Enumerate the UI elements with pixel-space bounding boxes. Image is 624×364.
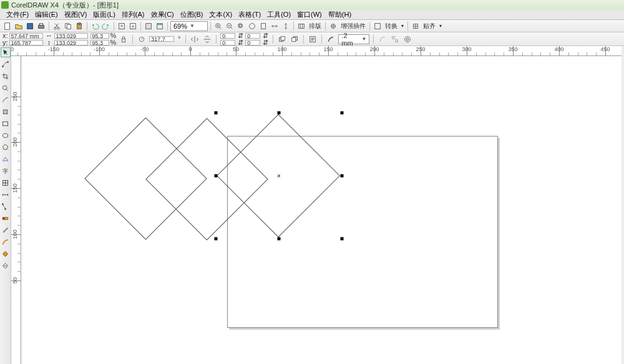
paste-button[interactable] [74, 21, 84, 31]
mirror-v-button[interactable] [202, 34, 212, 44]
panel-label-1[interactable]: 排版 [308, 22, 323, 31]
menu-bitmap[interactable]: 位图(B) [178, 10, 206, 19]
selection-handle[interactable] [215, 175, 218, 178]
h-value[interactable]: 133.029 mm [54, 40, 88, 46]
panel-button-2[interactable] [328, 21, 338, 31]
selection-handle[interactable] [341, 112, 344, 115]
scale-y[interactable]: 95.3 [90, 40, 109, 46]
mirror-h-button[interactable] [190, 34, 200, 44]
panel-label-4[interactable]: 贴齐 [422, 22, 437, 31]
fill-tool[interactable] [1, 249, 11, 259]
ellipse-tool[interactable] [1, 130, 11, 140]
zoom-selection-button[interactable] [236, 21, 246, 31]
to-back-button[interactable] [290, 34, 300, 44]
text-tool[interactable]: 字 [1, 166, 11, 176]
horizontal-ruler[interactable]: -200-150-100-500501001502002503003504004… [11, 46, 624, 56]
panel-button-3[interactable] [373, 21, 383, 31]
menu-layout[interactable]: 版面(L) [90, 10, 117, 19]
dup-y2[interactable]: 0 [245, 40, 260, 46]
undo-button[interactable] [90, 21, 100, 31]
wrap-text-button[interactable] [308, 34, 318, 44]
table-tool[interactable] [1, 178, 11, 188]
export-button[interactable] [128, 21, 138, 31]
shape-tool[interactable] [1, 59, 11, 69]
selection-handle[interactable] [215, 112, 218, 115]
zoom-in-button[interactable] [213, 21, 223, 31]
vertical-scrollbar[interactable] [622, 46, 624, 364]
svg-rect-31 [392, 36, 395, 39]
selection-handle[interactable] [341, 237, 344, 241]
selection-handle[interactable] [215, 237, 218, 241]
dup-y[interactable]: 0 [220, 40, 235, 46]
zoom-page-button[interactable] [258, 21, 268, 31]
outline-tool[interactable] [1, 237, 11, 247]
selection-center[interactable]: × [277, 173, 281, 180]
dup-x2[interactable]: 0 [245, 33, 260, 39]
basic-shapes-tool[interactable] [1, 154, 11, 164]
selection-handle[interactable] [341, 175, 344, 178]
zoom-width-button[interactable] [270, 21, 280, 31]
rectangle-tool[interactable] [1, 118, 11, 128]
panel-label-3[interactable]: 转换 [384, 22, 399, 31]
canvas[interactable]: × [21, 56, 624, 364]
selection-handle[interactable] [278, 237, 281, 241]
zoom-all-button[interactable] [247, 21, 257, 31]
menu-table[interactable]: 表格(T) [236, 10, 263, 19]
y-value[interactable]: 165.787 mm [9, 40, 43, 46]
interactive-tool[interactable] [1, 213, 11, 223]
lock-ratio-button[interactable] [119, 34, 129, 44]
menu-help[interactable]: 帮助(H) [326, 10, 354, 19]
panel-button-1[interactable] [296, 21, 306, 31]
welcome-button[interactable] [155, 21, 165, 31]
spinner-icon[interactable]: ⇵ [261, 39, 269, 46]
eyedropper-tool[interactable] [1, 225, 11, 235]
menu-effects[interactable]: 效果(C) [149, 10, 177, 19]
zoom-tool[interactable] [1, 83, 11, 93]
dup-x[interactable]: 0 [220, 33, 235, 39]
polygon-tool[interactable] [1, 142, 11, 152]
to-front-button[interactable] [277, 34, 287, 44]
svg-rect-32 [396, 39, 398, 42]
spinner-icon[interactable]: ⇵ [236, 39, 244, 46]
panel-label-2[interactable]: 增强插件 [339, 22, 367, 31]
print-button[interactable] [36, 21, 46, 31]
zoom-out-button[interactable] [225, 21, 235, 31]
w-value[interactable]: 133.029 mm [54, 33, 88, 39]
convert-curves-button[interactable] [378, 34, 388, 44]
spinner-icon[interactable]: ⇵ [261, 32, 269, 39]
panel-button-4[interactable] [411, 21, 421, 31]
zoom-combo[interactable]: 69% ▼ [170, 21, 208, 31]
spinner-icon[interactable]: ⇵ [236, 32, 244, 39]
scale-x[interactable]: 95.3 [90, 33, 109, 39]
save-button[interactable] [25, 21, 35, 31]
menu-edit[interactable]: 编辑(E) [32, 10, 61, 19]
vertical-ruler[interactable]: 25020015010050 [11, 56, 21, 364]
connector-tool[interactable] [1, 201, 11, 211]
pick-tool[interactable] [1, 47, 11, 57]
menu-tools[interactable]: 工具(O) [265, 10, 293, 19]
copy-button[interactable] [63, 21, 73, 31]
redo-button[interactable] [101, 21, 111, 31]
app-launch-button[interactable] [144, 21, 154, 31]
menu-view[interactable]: 视图(V) [62, 10, 90, 19]
outline-combo[interactable]: .2 mm ▼ [338, 34, 369, 44]
smart-fill-tool[interactable] [1, 107, 11, 117]
import-button[interactable] [117, 21, 127, 31]
ungroup-button[interactable] [390, 34, 400, 44]
interactive-fill-tool[interactable] [1, 261, 11, 271]
open-button[interactable] [14, 21, 24, 31]
freehand-tool[interactable] [1, 95, 11, 105]
zoom-height-button[interactable] [281, 21, 291, 31]
menu-arrange[interactable]: 排列(A) [119, 10, 147, 19]
crop-tool[interactable] [1, 71, 11, 81]
dimension-tool[interactable] [1, 189, 11, 199]
menu-text[interactable]: 文本(X) [207, 10, 235, 19]
x-value[interactable]: 57.647 mm [9, 33, 43, 39]
selection-handle[interactable] [278, 112, 281, 115]
options-button[interactable] [402, 34, 412, 44]
angle-value[interactable]: 317.7 [149, 36, 174, 42]
new-button[interactable] [2, 21, 12, 31]
menu-window[interactable]: 窗口(W) [295, 10, 324, 19]
cut-button[interactable] [52, 21, 62, 31]
menu-file[interactable]: 文件(F) [4, 10, 31, 19]
